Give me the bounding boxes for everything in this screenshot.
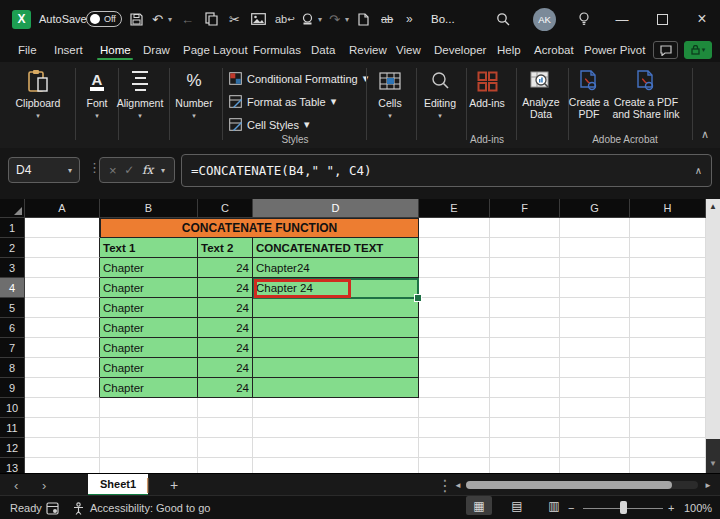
tab-developer[interactable]: Developer [434,38,486,62]
expand-formula-bar-icon[interactable]: ∧ [695,165,711,176]
conditional-formatting-button[interactable]: Conditional Formatting▾ [229,72,368,85]
maximize-button[interactable] [648,0,676,38]
zoom-out-button[interactable]: − [568,496,574,519]
cell-g7[interactable] [560,338,630,358]
alignment-group-button[interactable]: Alignment▾ [112,68,168,120]
more-commands-icon[interactable]: » [406,0,413,38]
collapse-ribbon-icon[interactable]: ∧ [697,128,713,141]
cell-c9[interactable]: 24 [198,378,253,398]
zoom-level[interactable]: 100% [684,496,712,519]
cell-e1[interactable] [419,218,490,238]
macro-record-icon[interactable] [46,496,59,519]
tab-file[interactable]: File [18,38,37,62]
cell-e3[interactable] [419,258,490,278]
cell-a2[interactable] [25,238,100,258]
row-header-1[interactable]: 1 [0,218,25,238]
autosave-toggle[interactable]: Off [86,0,122,38]
accessibility-icon[interactable] [72,496,85,519]
cell-e10[interactable] [419,398,490,418]
cell-f12[interactable] [490,438,560,458]
analyze-data-button[interactable]: Analyze Data [516,68,566,120]
cell-h6[interactable] [630,318,706,338]
cell-a10[interactable] [25,398,100,418]
cell-a3[interactable] [25,258,100,278]
fx-dropdown-icon[interactable]: ▾ [161,166,165,175]
cell-f3[interactable] [490,258,560,278]
cell-e11[interactable] [419,418,490,438]
add-sheet-button[interactable]: + [170,474,178,496]
scroll-down-icon[interactable]: ▼ [706,459,720,468]
cell-g4[interactable] [560,278,630,298]
cell-b11[interactable] [100,418,198,438]
tab-page-layout[interactable]: Page Layout [183,38,248,62]
row-header-7[interactable]: 7 [0,338,25,358]
cell-a9[interactable] [25,378,100,398]
editing-group-button[interactable]: Editing▾ [416,68,464,120]
cell-e8[interactable] [419,358,490,378]
cell-e9[interactable] [419,378,490,398]
tab-insert[interactable]: Insert [54,38,83,62]
cell-b10[interactable] [100,398,198,418]
cell-e6[interactable] [419,318,490,338]
cell-f5[interactable] [490,298,560,318]
sheet-tab-sheet1[interactable]: Sheet1 [88,474,148,496]
cell-c4[interactable]: 24 [198,278,253,298]
cell-g8[interactable] [560,358,630,378]
cell-a8[interactable] [25,358,100,378]
zoom-slider-thumb[interactable] [620,501,627,514]
column-header-a[interactable]: A [25,199,100,218]
row-header-4[interactable]: 4 [0,278,25,298]
cell-e13[interactable] [419,458,490,473]
select-all-corner[interactable] [0,199,25,218]
find-replace-icon[interactable]: ab↩ [275,0,295,38]
cell-c3[interactable]: 24 [198,258,253,278]
tab-data[interactable]: Data [311,38,335,62]
cell-g13[interactable] [560,458,630,473]
cell-e12[interactable] [419,438,490,458]
cell-c11[interactable] [198,418,253,438]
cell-h11[interactable] [630,418,706,438]
scroll-right-icon[interactable]: ► [704,474,712,496]
create-pdf-button[interactable]: Create a PDF [566,68,612,120]
new-file-icon[interactable] [358,0,369,38]
cell-c12[interactable] [198,438,253,458]
cell-f10[interactable] [490,398,560,418]
column-header-e[interactable]: E [419,199,490,218]
next-sheet-icon[interactable]: › [42,474,46,496]
undo-icon[interactable]: ↶ [152,0,163,38]
cell-b8[interactable]: Chapter [100,358,198,378]
vertical-scrollbar-thumb[interactable]: ▲ [706,199,720,439]
add-ins-button[interactable]: Add-ins [464,68,510,109]
undo-dropdown-icon[interactable]: ▾ [168,0,172,38]
cell-d12[interactable] [253,438,419,458]
cell-g10[interactable] [560,398,630,418]
cell-h4[interactable] [630,278,706,298]
tab-review[interactable]: Review [349,38,387,62]
share-button[interactable]: ▾ [684,41,712,59]
cell-b9[interactable]: Chapter [100,378,198,398]
tab-acrobat[interactable]: Acrobat [534,38,574,62]
row-header-10[interactable]: 10 [0,398,25,418]
column-header-h[interactable]: H [630,199,706,218]
close-button[interactable]: × [688,0,716,38]
column-header-f[interactable]: F [490,199,560,218]
cell-e4[interactable] [419,278,490,298]
cell-g1[interactable] [560,218,630,238]
cell-a13[interactable] [25,458,100,473]
tab-power-pivot[interactable]: Power Pivot [584,38,645,62]
column-header-d[interactable]: D [253,199,419,218]
lightbulb-icon[interactable] [578,0,590,38]
cell-f7[interactable] [490,338,560,358]
page-layout-view-button[interactable]: ▤ [504,496,530,515]
cell-d10[interactable] [253,398,419,418]
cell-g11[interactable] [560,418,630,438]
cell-h13[interactable] [630,458,706,473]
row-header-12[interactable]: 12 [0,438,25,458]
cell-d8[interactable] [253,358,419,378]
row-header-11[interactable]: 11 [0,418,25,438]
copy-icon[interactable] [205,0,218,38]
cell-g9[interactable] [560,378,630,398]
cell-b3[interactable]: Chapter [100,258,198,278]
cell-a4[interactable] [25,278,100,298]
cell-c6[interactable]: 24 [198,318,253,338]
